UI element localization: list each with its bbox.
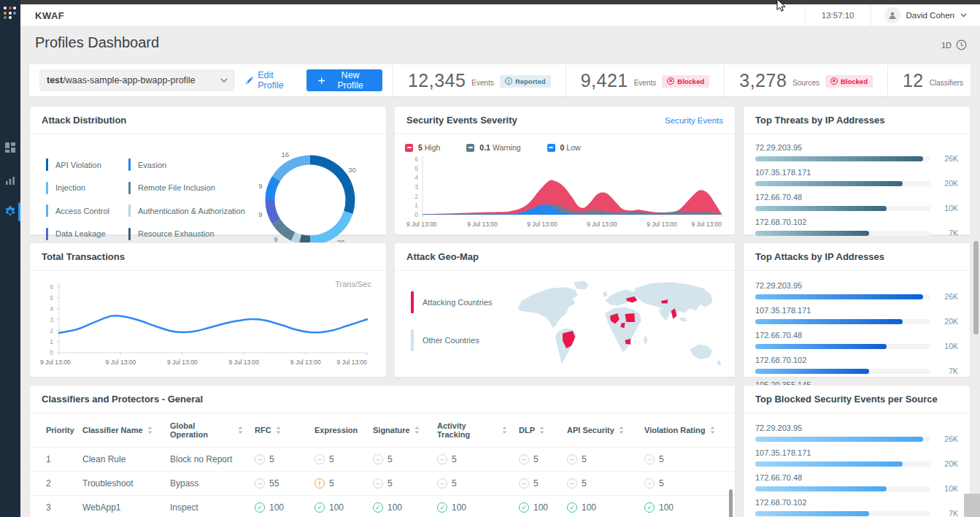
legend-color-chip	[128, 228, 131, 240]
stat-unit-label: Events	[634, 79, 657, 87]
minus-circle-icon: –	[437, 478, 447, 489]
check-circle-icon: ✓	[519, 502, 529, 513]
cell-metric: ✓100	[513, 495, 561, 517]
column-header-signature[interactable]: Signature	[367, 413, 431, 447]
bar-ip-label: 172.68.70.102	[755, 498, 958, 507]
toolbar: test/waas-sample-app-bwapp-profile Edit …	[29, 64, 971, 96]
legend-color-chip	[128, 182, 131, 194]
metric-value: 5	[452, 454, 457, 464]
legend-label: Authentication & Authorization	[138, 207, 245, 215]
panel-top-attacks: Top Attacks by IP Addresses 72.29.203.95…	[743, 242, 971, 378]
mouse-cursor	[776, 0, 787, 13]
bar-track	[755, 437, 930, 442]
geo-map-legend: Attacking CountriesOther Countries	[406, 291, 512, 351]
column-header-label: Global Operation	[170, 421, 234, 439]
security-events-link[interactable]: Security Events	[665, 116, 723, 125]
check-circle-icon: ✓	[315, 502, 325, 513]
table-scrollbar-thumb[interactable]	[729, 489, 733, 517]
minus-circle-icon: –	[255, 454, 265, 464]
panel-title: Total Transactions	[42, 251, 125, 262]
bar-fill	[755, 181, 903, 186]
panel-top-threats: Top Threats by IP Addresses 72.29.203.95…	[743, 106, 971, 235]
bar-track	[755, 294, 930, 299]
column-header-label: DLP	[519, 426, 535, 434]
bar-list-item: 172.66.70.4810K	[755, 473, 958, 493]
legend-color-chip	[46, 228, 48, 240]
stat-classifiers: 12Classifiers	[887, 64, 978, 96]
stat-value: 3,278	[739, 70, 787, 91]
metric-value: 5	[269, 454, 274, 464]
bar-track	[755, 511, 930, 516]
metric-value: 100	[387, 502, 402, 513]
donut-segment	[270, 179, 277, 201]
donut-segment-value: 9	[258, 210, 262, 218]
cell-metric: ✓100	[638, 495, 735, 517]
column-header-rfc[interactable]: RFC	[249, 413, 309, 447]
bar-value: 20K	[938, 317, 958, 326]
profile-select[interactable]: test/waas-sample-app-bwapp-profile	[39, 69, 235, 91]
metric-value: 100	[582, 502, 596, 513]
cell-metric: –5	[249, 447, 309, 471]
chevron-down-icon	[960, 13, 967, 18]
legend-color-chip	[46, 158, 48, 171]
column-header-api-security[interactable]: API Security	[561, 413, 638, 447]
column-header-label: RFC	[255, 426, 271, 434]
sidebar-item-settings[interactable]	[0, 201, 20, 223]
analytics-icon	[5, 175, 15, 185]
x-tick-label: 9 Jul 13:00	[336, 359, 367, 366]
legend-color-chip	[128, 204, 131, 217]
panel-attack-distribution: Attack Distribution API ViolationInjecti…	[29, 106, 387, 235]
bar-fill	[755, 294, 923, 299]
bar-list-item: 72.29.203.9526K	[755, 424, 958, 443]
clock-icon	[956, 39, 967, 50]
donut-segment-value: 9	[274, 235, 277, 243]
new-profile-button[interactable]: New Profile	[306, 69, 382, 91]
legend-label: Data Leakage	[55, 229, 106, 238]
geo-legend-label: Attacking Countries	[423, 298, 492, 307]
bar-list-item: 172.68.70.1027K	[755, 356, 958, 375]
bar-ip-label: 172.66.70.48	[755, 473, 958, 482]
attack-distribution-legend: API ViolationInjectionAccess ControlData…	[46, 153, 245, 245]
column-header-classifier-name[interactable]: Classifier Name	[77, 413, 164, 447]
severity-area-chart: 01234569 Jul 13:009 Jul 13:009 Jul 13:00…	[404, 153, 728, 235]
bar-fill	[755, 437, 923, 442]
other-countries	[517, 281, 721, 366]
bar-track	[755, 156, 930, 161]
panel-top-blocked: Top Blocked Security Events per Source 7…	[743, 385, 971, 517]
panel-title: Attack Geo-Map	[406, 251, 479, 262]
stat-value: 12,345	[408, 70, 466, 91]
column-header-expression[interactable]: Expression	[309, 413, 367, 447]
sidebar-item-dashboard[interactable]	[0, 137, 20, 158]
cell-metric: ✓100	[561, 495, 638, 517]
panel-title: Classifiers and Protectors - General	[42, 394, 203, 405]
panel-total-transactions: Total Transactions Trans/Sec 01234569 Ju…	[29, 242, 387, 378]
stat-events: 12,345Events!Reported	[393, 64, 566, 96]
metric-value: 100	[329, 502, 344, 513]
bar-list-item: 172.68.70.1027K	[755, 218, 958, 237]
column-header-dlp[interactable]: DLP	[513, 413, 561, 447]
user-menu[interactable]: David Cohen	[871, 7, 980, 23]
donut-segment-value: 30	[348, 166, 356, 174]
cell-metric: –5	[561, 447, 638, 471]
column-header-global-operation[interactable]: Global Operation	[164, 413, 249, 447]
minus-circle-icon: –	[644, 478, 655, 489]
profile-name: /waas-sample-app-bwapp-profile	[63, 75, 195, 85]
column-header-violation-rating[interactable]: Violation Rating	[638, 413, 735, 447]
page-scrollbar-thumb[interactable]	[973, 241, 979, 334]
bar-ip-label: 172.68.70.102	[755, 356, 958, 364]
x-tick-label: 9 Jul 13:00	[406, 221, 437, 228]
edit-profile-button[interactable]: Edit Profile	[245, 70, 296, 91]
sidebar-item-analytics[interactable]	[0, 169, 20, 191]
bar-ip-label: 72.29.203.95	[755, 143, 958, 152]
cell-classifier-name: Clean Rule	[77, 447, 164, 471]
geo-legend-label: Other Countries	[423, 336, 479, 345]
column-header-activity-tracking[interactable]: Activity Tracking	[431, 413, 513, 447]
cell-metric: ✓100	[249, 495, 309, 517]
column-header-label: Signature	[373, 426, 410, 434]
bar-track	[755, 369, 930, 374]
x-tick-label: 9 Jul 13:00	[587, 221, 617, 228]
metric-value: 5	[659, 478, 664, 489]
geo-legend-chip	[411, 291, 414, 313]
time-range-control[interactable]: 1D	[941, 39, 967, 50]
stat-events: 9,421Events✕Blocked	[566, 64, 725, 96]
